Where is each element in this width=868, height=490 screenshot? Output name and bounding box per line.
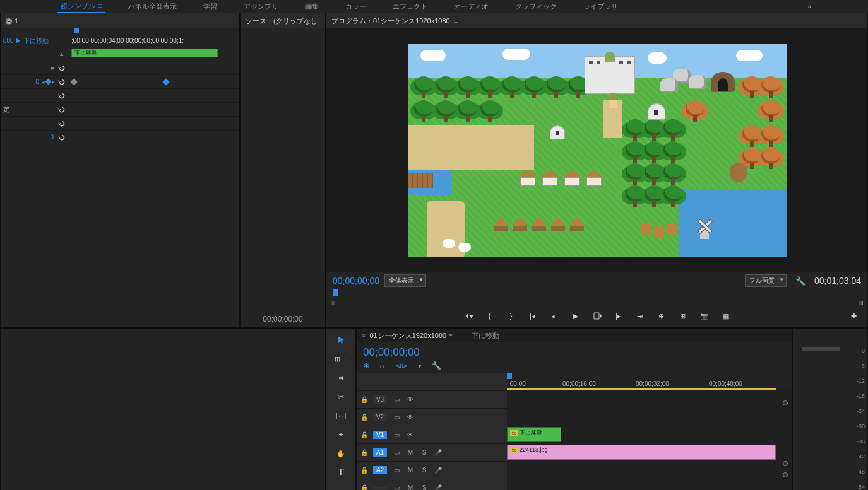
eye-icon[interactable]: 👁 [406, 414, 415, 421]
hamburger-icon[interactable]: ≡ [98, 2, 102, 9]
lock-icon[interactable]: 🔒 [360, 484, 368, 490]
reset-icon[interactable] [57, 105, 66, 114]
marker-icon[interactable]: ▾ [418, 361, 422, 370]
linked-selection-icon[interactable]: ⊲⊳ [395, 361, 408, 370]
step-back-icon[interactable]: ◂| [549, 311, 559, 321]
snap-icon[interactable]: ✱ [363, 361, 369, 370]
track-label[interactable]: A2 [373, 466, 387, 474]
scroll-handle-icon[interactable] [783, 461, 788, 466]
program-time-ruler[interactable] [333, 289, 861, 307]
reset-icon[interactable] [57, 91, 66, 100]
timeline-tracks[interactable]: ;00;00 00;00;16;00 00;00;32;00 00;00;48;… [507, 373, 792, 490]
workspace-tab-graphics[interactable]: グラフィック [511, 1, 561, 13]
workspace-tab-all-panels[interactable]: パネル全部表示 [124, 1, 181, 13]
track-select-tool-icon[interactable]: ⊞→ [335, 353, 347, 365]
eye-icon[interactable]: 👁 [406, 396, 415, 403]
track-label[interactable]: V2 [373, 413, 387, 421]
solo-icon[interactable]: S [420, 467, 429, 474]
play-icon[interactable]: ▶ [571, 311, 581, 321]
track-label[interactable] [373, 487, 387, 489]
track-label[interactable]: V3 [373, 395, 387, 404]
track-label[interactable]: V1 [373, 431, 387, 439]
lift-icon[interactable]: ⇥ [635, 311, 645, 321]
collapse-icon[interactable]: ▴ [60, 50, 66, 58]
voiceover-icon[interactable]: 🎤 [434, 467, 443, 474]
timeline-ruler[interactable]: ;00;00 00;00;16;00 00;00;32;00 00;00;48;… [507, 373, 792, 389]
add-button-icon[interactable]: ✚ [848, 311, 859, 321]
insert-icon[interactable]: ⊕ [657, 311, 667, 321]
ec-value[interactable]: .0 [49, 134, 54, 141]
lock-icon[interactable]: 🔒 [360, 396, 368, 403]
program-timecode-left[interactable]: 00;00;00;00 [333, 276, 379, 286]
selection-tool-icon[interactable] [335, 334, 347, 346]
toggle-output-icon[interactable]: ▭ [392, 449, 401, 456]
program-preview[interactable] [326, 28, 867, 272]
toggle-output-icon[interactable]: ▭ [392, 467, 401, 474]
mute-icon[interactable]: M [406, 449, 415, 456]
timeline-playhead-icon[interactable] [507, 373, 512, 379]
ec-clip[interactable]: 下に移動 [71, 49, 218, 57]
comparison-icon[interactable]: ▦ [721, 311, 731, 321]
type-tool-icon[interactable]: T [335, 466, 347, 479]
solo-icon[interactable]: S [420, 484, 429, 490]
track-label[interactable]: A1 [373, 448, 387, 457]
program-playhead-icon[interactable] [333, 289, 338, 296]
track-header-a3[interactable]: 🔒 ▭ M S 🎤 [357, 479, 507, 490]
track-header-a2[interactable]: 🔒 A2 ▭ M S 🎤 [357, 461, 507, 479]
export-frame-icon[interactable]: 📷 [699, 311, 710, 321]
timeline-clip-pink[interactable]: fx224113.jpg [507, 445, 776, 460]
reset-icon[interactable] [57, 133, 66, 142]
lock-icon[interactable]: 🔒 [360, 431, 368, 438]
expand-icon[interactable]: ▸ [51, 64, 57, 72]
track-header-v3[interactable]: 🔒 V3 ▭ 👁 [357, 390, 507, 408]
timeline-clip-green[interactable]: fx下に移動 [507, 427, 561, 442]
toggle-output-icon[interactable]: ▭ [392, 484, 401, 490]
ec-source-label[interactable]: 080 ▶ 下に移動 [3, 37, 71, 45]
reset-icon[interactable] [57, 119, 66, 128]
overwrite-icon[interactable]: ⊞ [678, 311, 688, 321]
toggle-output-icon[interactable]: ▭ [392, 414, 401, 421]
track-header-v2[interactable]: 🔒 V2 ▭ 👁 [357, 408, 507, 426]
close-icon[interactable]: × [362, 332, 366, 339]
workspace-tab-audio[interactable]: オーディオ [450, 1, 492, 13]
hamburger-icon[interactable]: ≡ [454, 17, 458, 25]
workspace-tab-simple[interactable]: 超シンプル≡ [57, 0, 105, 13]
lock-icon[interactable]: 🔒 [360, 449, 368, 456]
lock-icon[interactable]: 🔒 [360, 414, 368, 421]
keyframe-nav[interactable]: ◂▸ [42, 79, 55, 85]
keyframe-diamond-icon[interactable] [162, 78, 169, 85]
bracket-in-icon[interactable]: { [485, 311, 495, 321]
ec-playhead-line[interactable] [74, 55, 74, 327]
hamburger-icon[interactable]: ≡ [448, 332, 452, 339]
view-mode-dropdown[interactable]: 全体表示 [384, 274, 426, 287]
razor-tool-icon[interactable]: ✂ [335, 390, 347, 403]
hand-tool-icon[interactable]: ✋ [335, 447, 347, 460]
voiceover-icon[interactable]: 🎤 [434, 484, 443, 490]
timeline-timecode[interactable]: 00;00;00;00 [363, 346, 785, 359]
track-header-a1[interactable]: 🔒 A1 ▭ M S 🎤 [357, 443, 507, 461]
reset-icon[interactable] [57, 78, 66, 86]
workspace-tab-editing[interactable]: 編集 [301, 1, 323, 13]
magnet-icon[interactable]: ∩ [379, 361, 385, 370]
slip-tool-icon[interactable]: |↔| [335, 409, 347, 422]
toggle-output-icon[interactable]: ▭ [392, 431, 401, 438]
workspace-tab-learning[interactable]: 学習 [199, 1, 221, 13]
wrench-icon[interactable]: 🔧 [795, 276, 806, 286]
voiceover-icon[interactable]: 🎤 [434, 449, 443, 456]
settings-icon[interactable]: 🔧 [432, 361, 441, 370]
scroll-handle-icon[interactable] [783, 472, 788, 477]
mark-in-icon[interactable]: ▾ [463, 311, 473, 321]
lock-icon[interactable]: 🔒 [360, 467, 368, 474]
timeline-tab-2[interactable]: 下に移動 [472, 331, 499, 341]
go-to-in-icon[interactable]: |◂ [528, 311, 538, 321]
workspace-tab-color[interactable]: カラー [342, 1, 370, 13]
mute-icon[interactable]: M [406, 484, 415, 490]
ec-value[interactable]: .0 [34, 78, 39, 85]
timeline-tab[interactable]: 01シーケンス1920x1080 [369, 332, 446, 339]
solo-icon[interactable]: S [420, 449, 429, 456]
mute-icon[interactable]: M [406, 467, 415, 474]
workspace-overflow-button[interactable]: » [807, 3, 811, 10]
ripple-tool-icon[interactable]: ⇔ [335, 371, 347, 384]
track-header-v1[interactable]: 🔒 V1 ▭ 👁 [357, 426, 507, 443]
go-to-out-icon[interactable]: |▸ [614, 311, 624, 321]
